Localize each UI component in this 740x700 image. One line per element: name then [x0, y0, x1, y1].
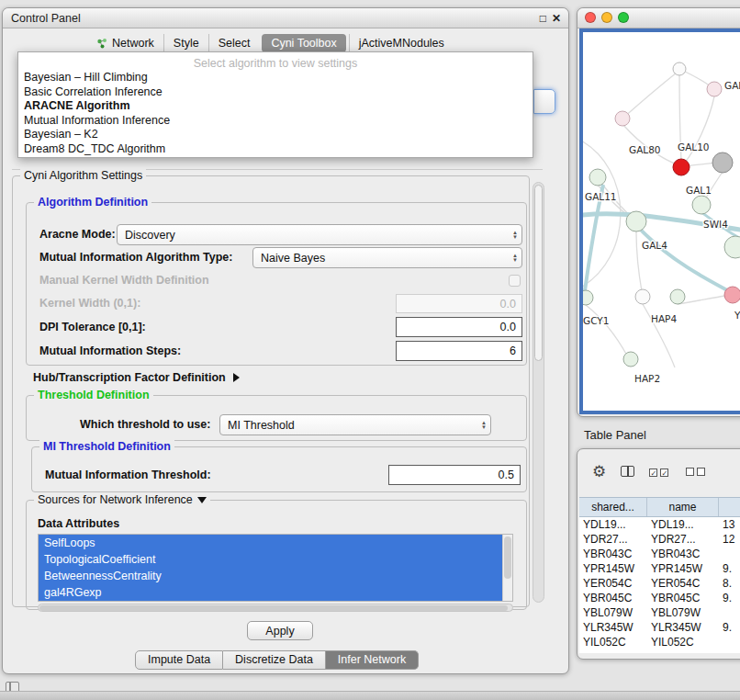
settings-scrollbar[interactable] — [533, 182, 544, 603]
table-row[interactable]: YLR345W YLR345W 9. — [579, 620, 740, 635]
close-icon[interactable]: ✕ — [552, 13, 561, 24]
network-node-gal4[interactable] — [626, 211, 646, 231]
table-row[interactable]: YDR27... YDR27... 12 — [579, 532, 740, 547]
cell[interactable]: YBR045C — [647, 591, 719, 605]
list-vscrollbar-thumb[interactable] — [504, 536, 511, 579]
cell[interactable]: 12 — [719, 532, 740, 547]
network-node-gcy1[interactable] — [583, 290, 593, 305]
network-node-pink[interactable] — [724, 287, 740, 303]
tab-discretize-data[interactable]: Discretize Data — [223, 650, 326, 670]
cell[interactable]: YDL19... — [579, 517, 647, 532]
dpi-tolerance-field[interactable]: 0.0 — [396, 317, 522, 337]
control-panel-titlebar[interactable]: Control Panel □ ✕ — [3, 8, 568, 28]
tab-jactivemnodules[interactable]: jActiveMNodules — [349, 34, 454, 52]
cell[interactable]: YER054C — [647, 576, 719, 591]
network-node[interactable] — [635, 289, 650, 304]
cell[interactable]: 8. — [719, 576, 740, 591]
tab-select[interactable]: Select — [208, 34, 260, 52]
which-threshold-combobox[interactable]: MI Threshold ▲▼ — [219, 414, 491, 435]
cell[interactable]: YDL19... — [647, 517, 719, 532]
table-row[interactable]: YBR045C YBR045C 9. — [579, 591, 740, 605]
cell[interactable]: 9. — [719, 591, 740, 605]
traffic-minimize-icon[interactable] — [601, 12, 612, 23]
mi-threshold-field[interactable]: 0.5 — [388, 465, 521, 485]
dropdown-option[interactable]: Mutual Information Inference — [18, 114, 533, 129]
cell[interactable]: YBR043C — [579, 547, 647, 561]
sources-expander[interactable]: Sources for Network Inference — [34, 493, 210, 506]
mi-steps-field[interactable]: 6 — [396, 341, 522, 361]
mi-type-combobox[interactable]: Naive Bayes ▲▼ — [252, 247, 522, 268]
table-row[interactable]: YBR043C YBR043C — [579, 547, 740, 561]
cell[interactable] — [719, 605, 740, 620]
cell[interactable]: YBL079W — [647, 605, 719, 620]
tab-style[interactable]: Style — [163, 34, 208, 52]
data-attributes-list[interactable]: SelfLoops TopologicalCoefficient Between… — [38, 534, 513, 602]
network-window-titlebar[interactable] — [577, 8, 740, 28]
network-node-hap4[interactable] — [670, 289, 685, 304]
traffic-close-icon[interactable] — [585, 12, 596, 23]
column-header-cut[interactable] — [719, 498, 740, 516]
table-row[interactable]: YDL19... YDL19... 13 — [579, 517, 740, 532]
dropdown-option[interactable]: Bayesian – K2 — [18, 128, 533, 142]
dropdown-option[interactable]: Bayesian – Hill Climbing — [18, 71, 533, 85]
network-node-gray[interactable] — [712, 152, 733, 173]
network-node-gal10-red[interactable] — [673, 159, 690, 175]
cell[interactable] — [719, 547, 740, 561]
traffic-zoom-icon[interactable] — [618, 12, 629, 23]
network-node-hap2[interactable] — [623, 352, 638, 367]
columns-icon[interactable] — [621, 466, 634, 477]
cell[interactable] — [719, 635, 740, 649]
cell[interactable]: YER054C — [579, 576, 647, 591]
cell[interactable]: YBL079W — [579, 605, 647, 620]
tab-impute-data[interactable]: Impute Data — [135, 650, 223, 670]
network-node-gal1[interactable] — [692, 196, 711, 214]
network-node-gal11[interactable] — [589, 169, 606, 186]
network-node[interactable] — [615, 111, 630, 126]
dropdown-option-selected[interactable]: ARACNE Algorithm — [18, 99, 533, 114]
column-header-name[interactable]: name — [647, 498, 719, 516]
cell[interactable]: YLR345W — [579, 620, 647, 635]
table-row[interactable]: YPR145W YPR145W 9. — [579, 561, 740, 576]
aracne-mode-combobox[interactable]: Discovery ▲▼ — [117, 224, 522, 245]
cell[interactable]: YDR27... — [647, 532, 719, 547]
cell[interactable]: 9. — [719, 561, 740, 576]
list-hscrollbar[interactable] — [38, 604, 513, 612]
cell[interactable]: YBR043C — [647, 547, 719, 561]
cell[interactable]: YBR045C — [579, 591, 647, 605]
show-columns-icon[interactable]: ✓✓ — [649, 463, 671, 480]
apply-button[interactable]: Apply — [247, 621, 313, 640]
hide-columns-icon[interactable] — [686, 463, 708, 480]
network-node[interactable] — [707, 82, 722, 96]
hub-definition-expander[interactable]: Hub/Transcription Factor Definition — [33, 371, 240, 384]
cell[interactable]: YIL052C — [647, 635, 719, 649]
settings-scrollbar-thumb[interactable] — [534, 185, 543, 361]
list-vscrollbar[interactable] — [502, 535, 512, 601]
tab-infer-network[interactable]: Infer Network — [326, 650, 419, 670]
list-item[interactable]: SelfLoops — [39, 535, 502, 551]
tab-cyni-toolbox[interactable]: Cyni Toolbox — [262, 34, 345, 52]
list-item[interactable]: TopologicalCoefficient — [39, 551, 502, 568]
cell[interactable]: YIL052C — [579, 635, 647, 649]
table-row[interactable]: YER054C YER054C 8. — [579, 576, 740, 591]
network-node[interactable] — [673, 62, 686, 75]
tab-network[interactable]: Network — [87, 34, 163, 52]
network-node[interactable] — [724, 236, 740, 258]
cell[interactable]: 13 — [719, 517, 740, 532]
cell[interactable]: YDR27... — [579, 532, 647, 547]
cell[interactable]: YPR145W — [579, 561, 647, 576]
cell[interactable]: YPR145W — [647, 561, 719, 576]
list-item[interactable]: BetweennessCentrality — [39, 568, 502, 584]
cell[interactable]: 9. — [719, 620, 740, 635]
gear-icon[interactable]: ⚙ — [592, 462, 606, 481]
dropdown-option[interactable]: Dream8 DC_TDC Algorithm — [18, 142, 533, 157]
algorithm-combobox-partial[interactable] — [533, 89, 555, 114]
column-header-shared[interactable]: shared... — [579, 498, 647, 516]
network-canvas[interactable]: GAL80 GAL10 GAL11 GAL1 SWI4 GAL4 GAL GCY… — [583, 32, 740, 411]
cell[interactable]: YLR345W — [647, 620, 719, 635]
list-item[interactable]: gal4RGexp — [39, 584, 502, 601]
list-hscrollbar-thumb[interactable] — [39, 605, 508, 611]
restore-icon[interactable]: □ — [540, 13, 546, 24]
dropdown-option[interactable]: Basic Correlation Inference — [18, 85, 533, 100]
table-row[interactable]: YIL052C YIL052C — [579, 635, 740, 649]
table-row[interactable]: YBL079W YBL079W — [579, 605, 740, 620]
